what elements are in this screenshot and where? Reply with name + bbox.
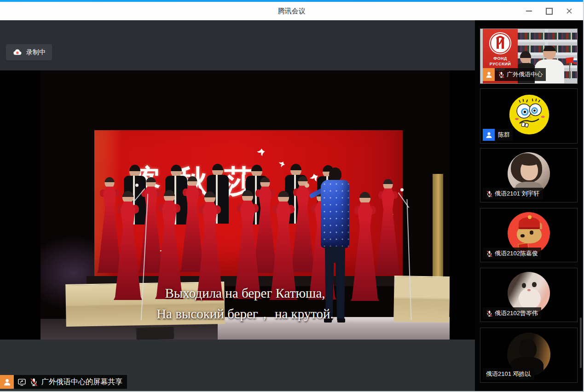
book-row <box>508 33 577 40</box>
russkiy-mir-logo <box>489 32 511 54</box>
participant-tile[interactable]: 俄语2102曾岑伟 <box>480 268 578 322</box>
minimize-icon <box>526 11 532 12</box>
subtitle-line-1: Выходила на берег Катюша, <box>40 283 450 304</box>
maximize-button[interactable] <box>539 2 559 20</box>
sharer-role-badge <box>0 375 14 389</box>
china-flag <box>566 57 574 63</box>
participant-tile-room[interactable]: ФОНД РУССКИЙ МИР 广外俄语中心 <box>480 29 578 84</box>
maximize-icon <box>546 8 553 15</box>
woman-presenter <box>520 51 531 64</box>
tencent-meeting-window: 腾讯会议 录制中 喀秋莎 Ка <box>0 0 584 392</box>
participants-sidebar: ФОНД РУССКИЙ МИР 广外俄语中心 <box>475 20 583 392</box>
person-icon <box>485 71 493 79</box>
member-role-badge <box>483 129 495 141</box>
window-titlebar[interactable]: 腾讯会议 <box>0 2 583 20</box>
stage-top-strip <box>0 20 475 70</box>
participant-name: 陈群 <box>498 131 510 139</box>
sidebar-scrollbar[interactable] <box>580 317 582 368</box>
participant-name: 俄语2102陈嘉俊 <box>495 249 538 258</box>
participant-tile[interactable]: 俄语2102陈嘉俊 <box>480 208 578 262</box>
participant-tile[interactable]: 俄语2101 邓皓以 <box>480 328 578 383</box>
stage-speaker-box <box>136 326 174 340</box>
main-stage-area: 录制中 喀秋莎 Ка <box>0 20 475 392</box>
person-icon <box>3 378 12 386</box>
close-button[interactable] <box>559 2 579 20</box>
participant-tile[interactable]: 俄语2101 刘宇轩 <box>480 148 578 202</box>
cloud-recording-icon <box>12 47 22 57</box>
dove-icon <box>256 147 267 158</box>
shared-video-content: 喀秋莎 Ка <box>40 70 450 340</box>
window-controls <box>519 2 579 20</box>
banner-line: ФОНД <box>483 56 518 61</box>
participant-name: 俄语2101 邓皓以 <box>486 370 531 378</box>
dog-eye <box>530 231 533 234</box>
new-year-hat <box>519 217 540 229</box>
flag-pole <box>569 63 570 79</box>
conductor-hand <box>305 183 309 188</box>
participant-name: 俄语2101 刘宇轩 <box>495 190 540 198</box>
conductor-head <box>329 167 341 181</box>
screen-share-icon <box>17 378 26 386</box>
window-accent-border <box>0 0 583 2</box>
subtitle-line-2: На высокий берег， на крутой. <box>40 304 450 324</box>
hat-knob <box>528 215 531 219</box>
spongebob-emoji-avatar <box>507 92 551 137</box>
mic-muted-icon <box>29 378 38 386</box>
recording-label: 录制中 <box>26 48 46 57</box>
cat-nose <box>527 289 530 292</box>
stage-pillar <box>433 174 443 287</box>
mic-muted-icon <box>486 250 493 257</box>
recording-indicator: 录制中 <box>6 44 52 60</box>
mic-head <box>400 188 404 191</box>
host-role-badge <box>483 68 495 81</box>
russia-flag <box>573 58 577 64</box>
close-icon <box>566 8 572 14</box>
participant-name: 广外俄语中心 <box>507 70 543 79</box>
video-subtitles: Выходила на берег Катюша, На высокий бер… <box>40 283 450 324</box>
mic-muted-icon <box>486 190 493 197</box>
cat-eye <box>532 282 536 287</box>
avatar-head <box>519 339 537 359</box>
mic-head <box>135 184 139 187</box>
person-icon <box>485 131 493 139</box>
mic-muted-icon <box>486 310 493 317</box>
shared-screen-zone: 喀秋莎 Ка <box>0 70 475 340</box>
participant-name: 俄语2102曾岑伟 <box>495 309 538 317</box>
window-title: 腾讯会议 <box>0 2 583 20</box>
screen-share-label: 广外俄语中心的屏幕共享 <box>41 377 122 387</box>
conductor-jacket <box>321 180 349 248</box>
cat-eye <box>522 283 526 288</box>
mic-muted-icon <box>498 71 505 78</box>
minimize-button[interactable] <box>519 2 539 20</box>
banner-line: РУССКИЙ <box>483 61 518 67</box>
participant-tile[interactable]: 陈群 <box>480 88 578 144</box>
screen-share-banner: 广外俄语中心的屏幕共享 <box>0 375 127 389</box>
man-presenter <box>543 46 556 60</box>
dog-nose <box>520 234 525 237</box>
book-row <box>508 46 577 52</box>
